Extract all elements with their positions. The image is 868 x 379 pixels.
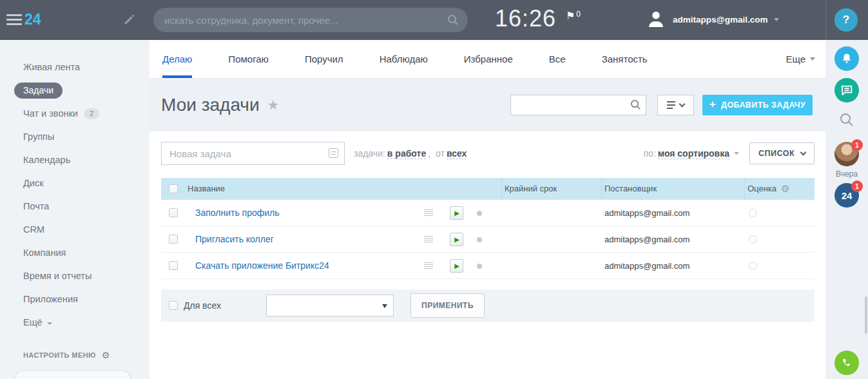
table-settings-gear-icon[interactable]: ⚙ [781,178,789,200]
header-divider [825,0,826,40]
messenger-button[interactable] [834,78,859,102]
sort-by-label: по: [643,148,655,159]
recent-chat-avatar[interactable]: 1 [834,142,859,166]
search-icon [839,112,854,128]
rating-radio[interactable] [749,235,757,244]
page-title: Мои задачи [161,95,260,115]
sort-filter-chip[interactable]: моя сортировка [658,148,729,159]
main-content: Делаю Помогаю Поручил Наблюдаю Избранное… [149,40,825,379]
rail-search-button[interactable] [839,112,854,130]
phone-icon [840,356,853,369]
global-search-input[interactable] [164,15,447,26]
sidebar-item-tasks[interactable]: Задачи [0,79,149,102]
menu-hamburger-icon[interactable] [6,14,22,28]
table-header: Название Крайний срок Постановщик Оценка… [161,178,815,200]
sidebar-item-time-reports[interactable]: Время и отчеты [0,264,149,287]
comma: , [428,148,430,159]
table-row: Заполнить профиль ▶ admitapps@gmail.com [161,200,815,226]
scrollbar-thumb[interactable] [865,296,867,334]
bulk-action-select[interactable] [266,295,394,316]
title-bar: Мои задачи ★ + ДОБАВИТЬ ЗАДАЧУ [149,79,825,131]
task-title-link[interactable]: Заполнить профиль [195,200,280,226]
drag-handle-icon[interactable] [424,209,433,217]
bitrix24-app: 24 16:26 ⚑ 0 admitapps@gmail.com ? Живая… [0,0,868,379]
drag-handle-icon[interactable] [424,262,433,270]
chevron-down-icon [810,57,815,61]
new-task-field [161,142,345,165]
flag-count: 0 [576,10,581,21]
from-filter-chip[interactable]: всех [447,148,467,159]
bitrix24-chat-avatar[interactable]: 24 1 [834,183,859,208]
column-header-rating[interactable]: Оценка [747,178,776,200]
task-form-icon [329,148,338,158]
sidebar-item-groups[interactable]: Группы [0,125,149,148]
add-task-button[interactable]: + ДОБАВИТЬ ЗАДАЧУ [702,95,813,115]
search-icon [447,14,459,26]
sidebar-promo-stub [14,370,131,379]
configure-menu-button[interactable]: НАСТРОИТЬ МЕНЮ ⚙ [23,350,110,360]
status-dot [477,237,482,242]
select-all-checkbox[interactable] [169,184,178,193]
sidebar-item-disk[interactable]: Диск [0,171,149,195]
sidebar-item-applications[interactable]: Приложения [0,287,149,311]
rating-radio[interactable] [749,262,757,270]
drag-handle-icon[interactable] [424,236,433,244]
sidebar-item-company[interactable]: Компания [0,241,149,264]
column-header-creator[interactable]: Постановщик [604,178,657,200]
notifications-button[interactable] [834,46,859,71]
task-title-link[interactable]: Скачать приложение Битрикс24 [195,253,329,279]
start-task-button[interactable]: ▶ [450,206,463,220]
start-task-button[interactable]: ▶ [450,233,463,246]
global-search[interactable] [153,8,468,32]
flag-notifications[interactable]: ⚑ 0 [566,11,581,21]
row-checkbox[interactable] [169,261,178,270]
favorite-star-icon[interactable]: ★ [267,97,280,113]
bitrix24-logo[interactable]: 24 [24,11,41,28]
sidebar-item-live-feed[interactable]: Живая лента [0,55,149,79]
for-all-checkbox[interactable] [169,301,178,310]
bulk-actions-panel: Для всех ПРИМЕНИТЬ [161,289,815,322]
sidebar-item-more[interactable]: Ещё [0,311,149,334]
tab-all[interactable]: Все [549,40,566,78]
tab-workload[interactable]: Занятость [602,40,648,78]
filter-row: задачи: в работе , от всех по: моя сорти… [161,142,815,165]
sidebar-item-calendar[interactable]: Календарь [0,148,149,171]
sidebar-item-crm[interactable]: CRM [0,218,149,241]
tab-following[interactable]: Наблюдаю [380,40,428,78]
sidebar-item-chat-calls[interactable]: Чат и звонки2 [0,102,149,125]
tab-helping[interactable]: Помогаю [228,40,269,78]
column-header-deadline[interactable]: Крайний срок [505,178,557,200]
play-icon: ▶ [454,263,459,269]
new-task-input[interactable] [161,142,345,165]
task-table: Название Крайний срок Постановщик Оценка… [161,178,815,279]
call-button[interactable] [834,351,859,375]
select-caret-icon [382,304,387,308]
user-avatar-icon [646,9,666,30]
column-header-name[interactable]: Название [188,178,225,200]
row-checkbox[interactable] [169,208,178,217]
tab-more[interactable]: Еще [786,40,815,78]
list-icon [667,101,675,109]
rating-radio[interactable] [749,209,757,217]
sidebar-item-mail[interactable]: Почта [0,195,149,218]
top-bar: 24 16:26 ⚑ 0 admitapps@gmail.com ? [0,0,868,40]
unread-badge: 1 [851,180,863,192]
unread-badge: 1 [851,139,863,151]
tab-doing[interactable]: Делаю [162,40,192,78]
help-button[interactable]: ? [834,8,858,32]
tab-favorites[interactable]: Избранное [464,40,513,78]
tasks-panel: задачи: в работе , от всех по: моя сорти… [149,131,825,379]
task-title-link[interactable]: Пригласить коллег [195,226,274,253]
user-menu[interactable]: admitapps@gmail.com [646,9,779,30]
start-task-button[interactable]: ▶ [450,259,463,273]
apply-button[interactable]: ПРИМЕНИТЬ [410,293,485,318]
task-creator: admitapps@gmail.com [604,226,690,253]
tab-delegated[interactable]: Поручил [305,40,343,78]
view-mode-button[interactable]: СПИСОК [749,142,815,164]
task-search-input[interactable] [510,95,646,115]
status-filter-chip[interactable]: в работе [387,148,426,159]
row-checkbox[interactable] [169,235,178,244]
edit-pencil-icon[interactable] [122,14,135,29]
view-options-button[interactable] [657,95,694,115]
tasks-filter-label: задачи: [354,148,385,159]
